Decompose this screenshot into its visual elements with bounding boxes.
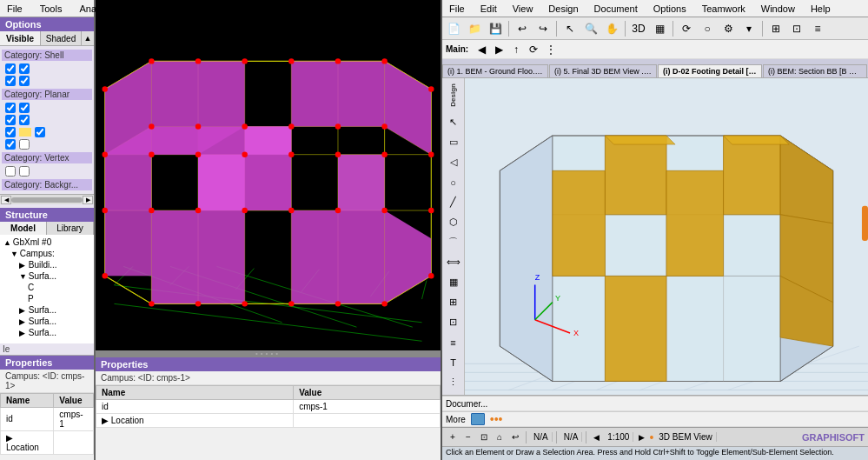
toolbox-rect[interactable]: ▭ xyxy=(444,133,463,152)
toolbox-curve[interactable]: ⌒ xyxy=(444,233,463,252)
center-prop-id-row[interactable]: id cmps-1 xyxy=(96,400,441,414)
tool-settings[interactable]: ⚙ xyxy=(719,19,738,38)
planar-check3a[interactable] xyxy=(5,127,16,137)
tool-open[interactable]: 📁 xyxy=(465,19,484,38)
right-menu-window[interactable]: Window xyxy=(758,3,798,15)
tool-pan[interactable]: ✋ xyxy=(602,19,621,38)
right-menu-edit[interactable]: Edit xyxy=(477,3,500,15)
main-tool-refresh[interactable]: ⟳ xyxy=(526,42,541,57)
toolbox-text[interactable]: T xyxy=(444,353,463,372)
planar-check2b[interactable] xyxy=(19,115,30,125)
center-prop-location-row[interactable]: ▶ Location xyxy=(96,414,441,428)
vertex-check1b[interactable] xyxy=(19,166,30,177)
expand-arrow[interactable]: ▶ xyxy=(6,433,13,443)
menu-tools[interactable]: Tools xyxy=(36,3,66,15)
tab-final-3d[interactable]: (i) 5. Final 3D BEM View ... ✕ xyxy=(549,64,657,77)
viewport-resize-handle[interactable]: ••••• xyxy=(96,350,441,356)
main-tool-up[interactable]: ↑ xyxy=(508,42,524,57)
tree-gbxml[interactable]: ▲ GbXml #0 xyxy=(2,237,92,248)
tab-close-0[interactable]: ✕ xyxy=(545,67,548,76)
tool-save[interactable]: 💾 xyxy=(486,19,505,38)
tree-surface4[interactable]: ▶ Surfa... xyxy=(2,327,92,338)
zoom-fit-btn[interactable]: ⊡ xyxy=(477,430,491,444)
tool-floor-plan[interactable]: ▦ xyxy=(650,19,669,38)
toolbox-tri[interactable]: ◁ xyxy=(444,153,463,172)
tool-rotate[interactable]: ⟳ xyxy=(677,19,696,38)
tab-close-1[interactable]: ✕ xyxy=(653,67,657,76)
prop-row-location[interactable]: ▶ Location xyxy=(1,430,94,454)
toolbox-door[interactable]: ⊞ xyxy=(444,293,463,312)
scroll-right[interactable]: ▶ xyxy=(83,196,93,204)
right-menu-teamwork[interactable]: Teamwork xyxy=(699,3,749,15)
tree-surface2[interactable]: ▶ Surfa... xyxy=(2,304,92,316)
toolbox-poly[interactable]: ⬡ xyxy=(444,213,463,232)
toolbox-hatch[interactable]: ▦ xyxy=(444,273,463,292)
right-menu-options[interactable]: Options xyxy=(650,3,690,15)
right-menu-help[interactable]: Help xyxy=(807,3,834,15)
tool-zoom[interactable]: 🔍 xyxy=(581,19,600,38)
toolbox-stair[interactable]: ≡ xyxy=(444,333,463,352)
tool-3d[interactable]: 3D xyxy=(629,19,648,38)
zoom-out-btn[interactable]: − xyxy=(461,430,475,444)
right-3d-viewport[interactable]: Z X Y xyxy=(465,78,868,395)
tool-select[interactable]: ↖ xyxy=(560,19,580,38)
right-menu-design[interactable]: Design xyxy=(545,3,581,15)
tool-undo[interactable]: ↩ xyxy=(513,19,532,38)
shell-check2a[interactable] xyxy=(5,76,16,86)
location-expand[interactable]: ▶ xyxy=(102,416,109,425)
zoom-prev-btn[interactable]: ↩ xyxy=(508,430,522,444)
toolbox-dim[interactable]: ⟺ xyxy=(444,253,463,272)
shell-check2b[interactable] xyxy=(19,76,30,86)
tool-orbit[interactable]: ○ xyxy=(698,19,717,38)
zoom-in-btn[interactable]: + xyxy=(446,430,460,444)
tree-surface3[interactable]: ▶ Surfa... xyxy=(2,316,92,327)
main-tool-back[interactable]: ◀ xyxy=(474,42,489,57)
shell-check1b[interactable] xyxy=(19,63,30,74)
toolbox-extra[interactable]: ⋮ xyxy=(444,373,463,392)
tree-area[interactable]: ▲ GbXml #0 ▼ Campus: ▶ Buildi... ▼ Surfa… xyxy=(0,235,94,343)
toolbox-arrow[interactable]: ↖ xyxy=(444,113,463,132)
tab-d02-footing[interactable]: (i) D-02 Footing Detail [.. ✕ xyxy=(658,64,762,77)
main-tool-more[interactable]: ⋮ xyxy=(543,42,559,57)
toolbox-circle[interactable]: ○ xyxy=(444,173,463,192)
center-3d-viewport[interactable]: ••••• xyxy=(96,0,441,356)
tree-campus[interactable]: ▼ Campus: xyxy=(2,248,92,259)
tab-section-bb[interactable]: (i) BEM: Section BB [B Se... ✕ xyxy=(763,64,867,77)
tree-surface1[interactable]: ▼ Surfa... xyxy=(2,270,92,282)
tool-new[interactable]: 📄 xyxy=(444,19,463,38)
tab-model[interactable]: Model xyxy=(0,222,47,235)
prop-row-id[interactable]: id cmps-1 xyxy=(1,407,94,430)
tab-visible[interactable]: Visible xyxy=(0,31,41,45)
options-scroll-up[interactable]: ▲ xyxy=(82,31,94,45)
right-menu-file[interactable]: File xyxy=(446,3,468,15)
main-tool-fwd[interactable]: ▶ xyxy=(491,42,507,57)
tree-building[interactable]: ▶ Buildi... xyxy=(2,259,92,270)
toolbox-line[interactable]: ╱ xyxy=(444,193,463,212)
toolbox-window[interactable]: ⊡ xyxy=(444,313,463,332)
right-menu-view[interactable]: View xyxy=(509,3,537,15)
scroll-left[interactable]: ◀ xyxy=(1,196,11,204)
tool-misc2[interactable]: ⊡ xyxy=(787,19,806,38)
scale-next[interactable]: ▶ xyxy=(635,430,647,444)
tab-close-2[interactable]: ✕ xyxy=(759,67,762,76)
planar-check2a[interactable] xyxy=(5,115,16,125)
tool-misc3[interactable]: ≡ xyxy=(808,19,827,38)
tool-redo[interactable]: ↪ xyxy=(533,19,553,38)
planar-check3b[interactable] xyxy=(35,127,45,137)
planar-check1a[interactable] xyxy=(5,103,16,113)
options-hscroll[interactable]: ◀ ▶ xyxy=(0,194,94,204)
scale-prev[interactable]: ◀ xyxy=(590,430,602,444)
menu-file[interactable]: File xyxy=(3,3,26,15)
tool-misc1[interactable]: ⊞ xyxy=(766,19,785,38)
tab-ground-floor[interactable]: (i) 1. BEM - Ground Floo... ✕ xyxy=(442,64,548,77)
tree-c[interactable]: C xyxy=(2,282,92,293)
shell-check1a[interactable] xyxy=(5,63,16,74)
tab-library[interactable]: Library xyxy=(47,222,94,235)
tab-shaded[interactable]: Shaded xyxy=(41,31,82,45)
right-menu-document[interactable]: Document xyxy=(591,3,641,15)
grid-icon[interactable] xyxy=(471,413,485,425)
tree-p[interactable]: P xyxy=(2,293,92,304)
vertex-check1a[interactable] xyxy=(5,166,16,177)
tool-more1[interactable]: ▾ xyxy=(739,19,759,38)
planar-check4a[interactable] xyxy=(5,139,16,150)
